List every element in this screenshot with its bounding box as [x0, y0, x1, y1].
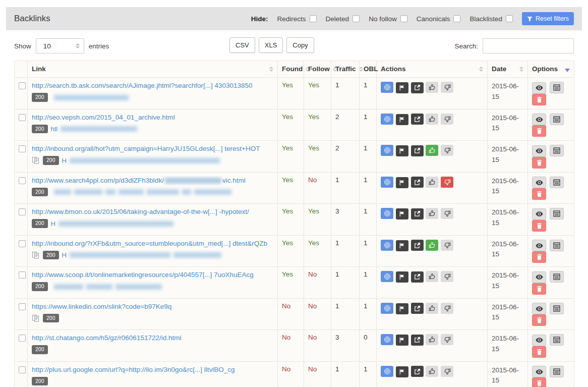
row-checkbox[interactable] — [19, 177, 26, 184]
open-link-button[interactable] — [411, 145, 424, 156]
thumbs-up-button[interactable] — [426, 82, 438, 93]
crawl-target-button[interactable] — [381, 303, 393, 314]
thumbs-down-button[interactable] — [441, 366, 453, 377]
crawl-target-button[interactable] — [381, 208, 393, 219]
thumbs-up-button[interactable] — [426, 240, 438, 251]
backlink-url[interactable]: http://inbound.org/?rXFb&utm_source=stum… — [32, 240, 267, 247]
row-checkbox[interactable] — [19, 240, 26, 247]
hide-filter-checkbox[interactable] — [400, 15, 407, 22]
backlink-url[interactable]: http://seo.vepsh.com/2015_04_01_archive.… — [32, 114, 175, 121]
details-button[interactable] — [550, 208, 564, 219]
backlink-url[interactable]: http://www.search4ppl.com/p/d3dlZFh3bldk… — [32, 177, 246, 184]
hide-filter-checkbox[interactable] — [352, 15, 360, 22]
crawl-target-button[interactable] — [381, 271, 393, 282]
view-button[interactable] — [532, 208, 546, 220]
row-checkbox[interactable] — [19, 114, 26, 121]
open-link-button[interactable] — [411, 366, 424, 377]
delete-button[interactable] — [532, 157, 546, 169]
view-button[interactable] — [532, 114, 546, 125]
flag-button[interactable] — [396, 114, 408, 125]
view-button[interactable] — [532, 271, 546, 283]
backlink-url[interactable]: http://search.tb.ask.com/search/AJimage.… — [32, 82, 252, 89]
view-button[interactable] — [532, 366, 546, 377]
view-button[interactable] — [532, 240, 546, 251]
export-csv-button[interactable]: CSV — [229, 37, 255, 53]
export-copy-button[interactable]: Copy — [286, 37, 314, 53]
flag-button[interactable] — [396, 271, 408, 283]
column-header-options[interactable]: Options — [528, 61, 574, 78]
open-link-button[interactable] — [411, 114, 424, 125]
thumbs-down-button[interactable] — [441, 82, 453, 93]
thumbs-down-button[interactable] — [441, 208, 453, 219]
backlink-url[interactable]: http://www.bmon.co.uk/2015/06/taking-adv… — [32, 208, 249, 215]
export-xls-button[interactable]: XLS — [259, 37, 283, 53]
column-header-found[interactable]: Found — [278, 61, 304, 78]
delete-button[interactable] — [532, 220, 546, 232]
flag-button[interactable] — [396, 303, 408, 314]
flag-button[interactable] — [396, 366, 408, 377]
details-button[interactable] — [550, 114, 564, 125]
thumbs-down-button[interactable] — [441, 334, 453, 345]
row-checkbox[interactable] — [19, 82, 26, 89]
crawl-target-button[interactable] — [381, 366, 393, 377]
hide-filter-checkbox[interactable] — [506, 15, 513, 22]
details-button[interactable] — [550, 366, 564, 377]
thumbs-down-button[interactable] — [441, 114, 453, 125]
open-link-button[interactable] — [411, 271, 424, 283]
hide-filter-canonicals[interactable]: Canonicals — [417, 15, 461, 23]
delete-button[interactable] — [532, 125, 546, 137]
thumbs-up-button[interactable] — [426, 303, 438, 314]
crawl-target-button[interactable] — [381, 240, 393, 251]
flag-button[interactable] — [396, 335, 408, 346]
view-button[interactable] — [532, 177, 546, 188]
details-button[interactable] — [550, 303, 564, 314]
hide-filter-checkbox[interactable] — [453, 15, 460, 22]
thumbs-up-button[interactable] — [426, 271, 438, 282]
row-checkbox[interactable] — [19, 271, 26, 279]
flag-button[interactable] — [396, 177, 408, 188]
column-header-follow[interactable]: Follow — [304, 61, 331, 78]
flag-button[interactable] — [396, 240, 408, 251]
thumbs-up-button[interactable] — [426, 114, 438, 125]
row-checkbox[interactable] — [19, 366, 26, 373]
backlink-url[interactable]: http://plus.url.google.com/url?q=http://… — [32, 366, 235, 373]
hide-filter-blacklisted[interactable]: Blacklisted — [469, 15, 513, 23]
column-header-traffic[interactable]: Traffic — [331, 61, 360, 78]
delete-button[interactable] — [532, 314, 546, 326]
thumbs-up-button[interactable] — [426, 177, 438, 188]
open-link-button[interactable] — [411, 240, 424, 251]
row-checkbox[interactable] — [19, 303, 26, 310]
open-link-button[interactable] — [411, 335, 424, 346]
thumbs-down-button[interactable] — [441, 240, 453, 251]
backlink-url[interactable]: http://inbound.org/all/hot?utm_campaign=… — [32, 145, 260, 152]
search-input[interactable] — [483, 38, 574, 53]
hide-filter-redirects[interactable]: Redirects — [277, 15, 317, 23]
delete-button[interactable] — [532, 377, 546, 387]
thumbs-down-button[interactable] — [441, 177, 453, 188]
details-button[interactable] — [550, 240, 564, 251]
open-link-button[interactable] — [411, 82, 424, 93]
hide-filter-checkbox[interactable] — [310, 15, 317, 22]
flag-button[interactable] — [396, 82, 408, 93]
crawl-target-button[interactable] — [381, 82, 393, 93]
column-header-link[interactable]: Link — [28, 61, 278, 78]
view-button[interactable] — [532, 82, 546, 94]
hide-filter-deleted[interactable]: Deleted — [326, 15, 360, 23]
view-button[interactable] — [532, 335, 546, 346]
thumbs-down-button[interactable] — [441, 303, 453, 314]
crawl-target-button[interactable] — [381, 145, 393, 156]
thumbs-up-button[interactable] — [426, 366, 438, 377]
thumbs-up-button[interactable] — [426, 208, 438, 219]
flag-button[interactable] — [396, 145, 408, 156]
row-checkbox[interactable] — [19, 335, 26, 342]
backlink-url[interactable]: http://st.chatango.com/h5/gz/r0606151722… — [32, 334, 181, 342]
thumbs-down-button[interactable] — [441, 271, 453, 282]
delete-button[interactable] — [532, 251, 546, 263]
column-header-actions[interactable]: Actions — [377, 61, 488, 78]
open-link-button[interactable] — [411, 208, 424, 219]
page-length-select[interactable]: 10 — [36, 38, 84, 53]
crawl-target-button[interactable] — [381, 114, 393, 125]
delete-button[interactable] — [532, 188, 546, 200]
thumbs-up-button[interactable] — [426, 334, 438, 345]
view-button[interactable] — [532, 145, 546, 157]
